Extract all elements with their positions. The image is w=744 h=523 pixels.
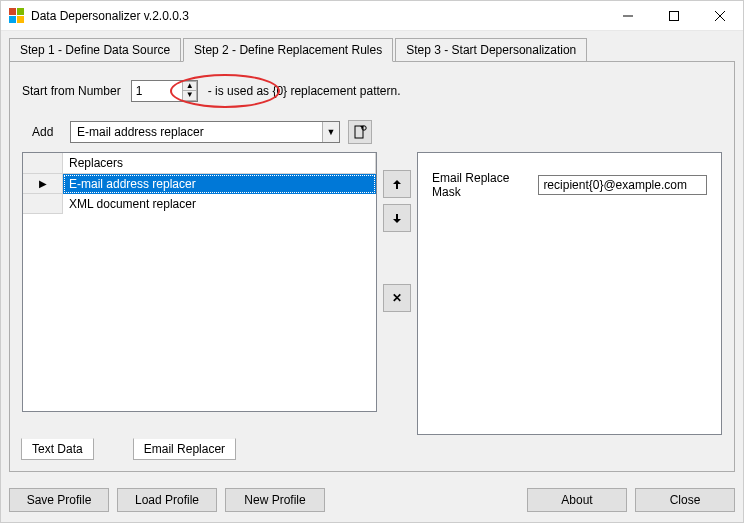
- delete-button[interactable]: ✕: [383, 284, 411, 312]
- chevron-down-icon[interactable]: ▼: [322, 122, 339, 142]
- app-window: Data Depersonalizer v.2.0.0.3 Step 1 - D…: [0, 0, 744, 523]
- tab-step2[interactable]: Step 2 - Define Replacement Rules: [183, 38, 393, 62]
- add-replacer-button[interactable]: [348, 120, 372, 144]
- about-button[interactable]: About: [527, 488, 627, 512]
- app-icon: [9, 8, 25, 24]
- left-column: Replacers ▶ E-mail address replacer XML …: [22, 152, 377, 435]
- save-profile-button[interactable]: Save Profile: [9, 488, 109, 512]
- close-icon: ✕: [392, 291, 402, 305]
- footer-buttons: Save Profile Load Profile New Profile Ab…: [1, 480, 743, 522]
- table-row[interactable]: XML document replacer: [23, 194, 376, 214]
- load-profile-button[interactable]: Load Profile: [117, 488, 217, 512]
- sub-tabs-right: Email Replacer: [134, 439, 236, 461]
- new-file-icon: [353, 125, 367, 139]
- email-mask-input[interactable]: [538, 175, 707, 195]
- start-number-hint: - is used as {0} replacement pattern.: [208, 84, 401, 98]
- close-window-button[interactable]: [697, 1, 743, 31]
- start-number-input[interactable]: ▲ ▼: [131, 80, 198, 102]
- cell-replacer[interactable]: E-mail address replacer: [63, 174, 376, 194]
- row-header-blank: [23, 153, 63, 173]
- move-up-button[interactable]: [383, 170, 411, 198]
- row-indicator-icon: ▶: [23, 174, 63, 194]
- main-tabs: Step 1 - Define Data Source Step 2 - Def…: [9, 38, 735, 62]
- titlebar: Data Depersonalizer v.2.0.0.3: [1, 1, 743, 31]
- cell-replacer[interactable]: XML document replacer: [63, 194, 376, 214]
- table-row[interactable]: ▶ E-mail address replacer: [23, 174, 376, 194]
- subtab-text-data[interactable]: Text Data: [21, 438, 94, 460]
- spin-down-button[interactable]: ▼: [182, 90, 197, 101]
- tab-step3[interactable]: Step 3 - Start Depersonalization: [395, 38, 587, 62]
- close-button[interactable]: Close: [635, 488, 735, 512]
- add-replacer-row: Add ▼: [22, 120, 722, 144]
- window-title: Data Depersonalizer v.2.0.0.3: [31, 9, 605, 23]
- mid-area: Replacers ▶ E-mail address replacer XML …: [22, 152, 722, 435]
- replacer-select[interactable]: ▼: [70, 121, 340, 143]
- start-number-field[interactable]: [132, 81, 182, 101]
- new-profile-button[interactable]: New Profile: [225, 488, 325, 512]
- sub-tabs-left: Text Data: [22, 439, 94, 461]
- start-number-label: Start from Number: [22, 84, 121, 98]
- replacers-grid[interactable]: Replacers ▶ E-mail address replacer XML …: [22, 152, 377, 412]
- arrow-up-icon: [391, 178, 403, 190]
- content-area: Step 1 - Define Data Source Step 2 - Def…: [1, 31, 743, 480]
- maximize-button[interactable]: [651, 1, 697, 31]
- row-indicator: [23, 194, 63, 214]
- subtab-email-replacer[interactable]: Email Replacer: [133, 438, 236, 460]
- replacer-select-input[interactable]: [71, 122, 322, 142]
- email-mask-label: Email Replace Mask: [432, 171, 528, 199]
- sub-tabs-row: Text Data Email Replacer: [22, 439, 722, 461]
- tab-step1[interactable]: Step 1 - Define Data Source: [9, 38, 181, 62]
- grid-header: Replacers: [23, 153, 376, 174]
- col-replacers[interactable]: Replacers: [63, 153, 376, 173]
- arrow-down-icon: [391, 212, 403, 224]
- add-label: Add: [22, 125, 60, 139]
- tab-panel: Start from Number ▲ ▼ - is used as {0} r…: [9, 61, 735, 472]
- start-number-row: Start from Number ▲ ▼ - is used as {0} r…: [22, 80, 722, 102]
- email-mask-row: Email Replace Mask: [432, 171, 707, 199]
- replacer-settings-panel: Email Replace Mask: [417, 152, 722, 435]
- move-down-button[interactable]: [383, 204, 411, 232]
- minimize-button[interactable]: [605, 1, 651, 31]
- numeric-spinner: ▲ ▼: [182, 81, 197, 101]
- reorder-buttons: ✕: [377, 152, 417, 435]
- svg-rect-1: [670, 11, 679, 20]
